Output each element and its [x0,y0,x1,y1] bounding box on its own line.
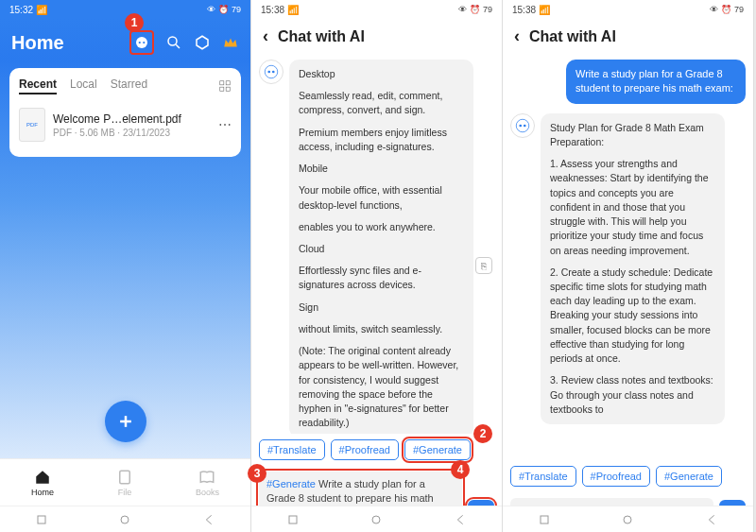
phone-chat-response: 15:38📶 👁⏰79 ‹ Chat with AI Write a study… [503,0,754,532]
battery: 79 [734,5,744,14]
status-time: 15:32 [9,5,33,15]
system-nav [503,506,753,532]
svg-line-4 [176,44,180,48]
nav-file[interactable]: File [116,469,133,497]
crown-icon[interactable] [222,34,239,51]
sys-back-icon[interactable] [704,512,719,527]
svg-rect-18 [289,516,297,523]
chip-generate[interactable]: #Generate [656,466,722,487]
grid-view-icon[interactable] [218,79,232,93]
battery: 79 [483,5,492,14]
sys-recent-icon[interactable] [34,512,49,527]
svg-rect-6 [220,81,224,85]
sys-recent-icon[interactable] [537,512,552,527]
callout-badge-4: 4 [451,460,470,479]
svg-rect-9 [226,87,230,91]
svg-rect-12 [120,471,130,484]
file-icon [116,469,133,486]
back-icon[interactable]: ‹ [514,26,520,46]
suggestion-row: #Translate #Proofread #Generate [503,460,753,492]
chat-body: Write a study plan for a Grade 8 student… [503,54,753,460]
nav-home[interactable]: Home [31,469,54,497]
copy-icon[interactable]: ⎘ [475,257,492,274]
svg-point-22 [524,124,526,127]
svg-point-20 [516,119,529,132]
chip-proofread[interactable]: #Proofread [331,439,399,460]
svg-rect-13 [38,516,45,523]
chat-title: Chat with AI [278,28,365,45]
robot-icon [133,34,150,51]
books-icon [198,469,215,486]
callout-badge-1: 1 [125,13,144,32]
svg-point-1 [139,42,141,43]
svg-point-0 [136,37,147,48]
tab-local[interactable]: Local [70,77,97,94]
svg-point-2 [143,42,145,43]
home-icon [34,469,51,486]
svg-point-24 [624,516,631,523]
user-message: Write a study plan for a Grade 8 student… [566,60,746,104]
sys-home-icon[interactable] [369,512,384,527]
nav-file-label: File [118,488,132,497]
bottom-nav: Home File Books [0,458,250,506]
sys-back-icon[interactable] [453,512,468,527]
svg-marker-5 [197,36,208,49]
ai-robot-button[interactable] [129,30,154,55]
system-nav [0,506,250,532]
svg-point-16 [267,71,270,74]
svg-rect-8 [220,87,224,91]
chip-translate[interactable]: #Translate [259,439,325,460]
sys-home-icon[interactable] [620,512,635,527]
chat-header: ‹ Chat with AI [503,19,753,54]
file-tabs: Recent Local Starred [19,77,147,94]
status-bar: 15:32📶 👁⏰79 [0,0,250,19]
chip-translate[interactable]: #Translate [510,466,576,487]
phone-chat-input: 15:38📶 👁⏰79 ‹ Chat with AI Desktop Seaml… [251,0,503,532]
svg-point-21 [519,124,522,127]
search-icon[interactable] [165,34,182,51]
pdf-thumb-icon: PDF [19,108,45,142]
chat-title: Chat with AI [529,28,616,45]
home-header: Home 1 [0,19,250,60]
system-nav [251,506,502,532]
sys-home-icon[interactable] [117,512,132,527]
battery: 79 [232,5,241,14]
phone-home: 15:32📶 👁⏰79 Home 1 Recent Local Starr [0,0,251,532]
file-card: Recent Local Starred PDF Welcome P…eleme… [9,68,241,157]
page-title: Home [11,32,64,54]
fab-add-button[interactable] [105,401,146,442]
file-more-icon[interactable]: ⋯ [218,117,232,132]
back-icon[interactable]: ‹ [263,26,268,46]
file-item[interactable]: PDF Welcome P…element.pdf PDF · 5.06 MB … [19,102,232,147]
input-tag: #Generate [266,478,316,489]
callout-badge-2: 2 [473,424,492,443]
sys-back-icon[interactable] [201,512,216,527]
status-bar: 15:38📶 👁⏰79 [503,0,753,19]
file-name: Welcome P…element.pdf [53,112,211,126]
svg-point-17 [272,71,275,74]
ai-message: Study Plan for Grade 8 Math Exam Prepara… [541,113,725,424]
svg-rect-7 [226,81,230,85]
svg-point-15 [265,65,278,78]
svg-point-14 [121,516,129,523]
plus-icon [116,412,135,431]
ai-avatar-icon [259,60,284,84]
chat-header: ‹ Chat with AI [251,19,502,54]
ai-message: Desktop Seamlessly read, edit, comment, … [289,60,473,434]
nav-books-label: Books [196,488,219,497]
status-time: 15:38 [512,5,536,15]
settings-icon[interactable] [194,34,211,51]
status-time: 15:38 [261,5,284,15]
file-meta: PDF · 5.06 MB · 23/11/2023 [53,128,211,138]
tab-recent[interactable]: Recent [19,77,57,94]
nav-books[interactable]: Books [196,469,219,497]
sys-recent-icon[interactable] [285,512,301,527]
nav-home-label: Home [31,488,54,497]
tab-starred[interactable]: Starred [111,77,147,94]
status-bar: 15:38📶 👁⏰79 [251,0,502,19]
svg-rect-23 [541,516,548,523]
chip-generate[interactable]: #Generate [404,439,471,460]
callout-badge-3: 3 [248,464,266,483]
svg-point-3 [168,37,177,45]
chip-proofread[interactable]: #Proofread [582,466,650,487]
